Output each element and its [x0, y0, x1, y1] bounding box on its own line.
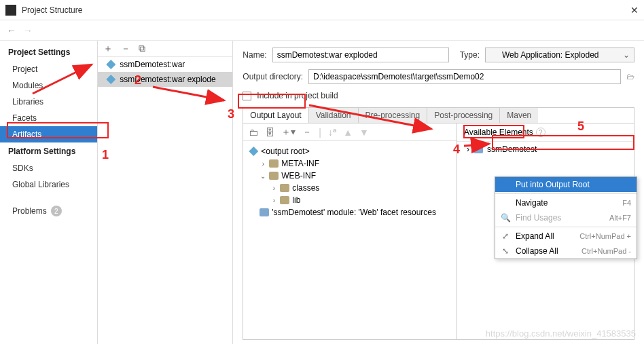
output-toolbar: 🗀 🗄 ＋▾ － | ↓ª ▲ ▼: [243, 123, 457, 141]
sidebar-heading-project: Project Settings: [0, 43, 97, 61]
folder-icon: [280, 184, 289, 192]
copy-icon[interactable]: ⧉: [139, 43, 145, 54]
type-value: Web Application: Exploded: [502, 50, 599, 60]
sidebar-item-modules[interactable]: Modules: [0, 77, 97, 94]
sidebar-item-artifacts[interactable]: Artifacts: [0, 126, 97, 142]
menu-find-usages: 🔍 Find Usages Alt+F7: [495, 210, 637, 225]
artifact-column: ＋ － ⧉ ssmDemotest:war ssmDemotest:war ex…: [98, 41, 233, 344]
menu-label: Navigate: [516, 198, 548, 208]
artifact-item-label: ssmDemotest:war: [120, 60, 185, 69]
folder-icon: [280, 196, 289, 204]
name-field[interactable]: [272, 47, 449, 62]
folder-alt-icon[interactable]: 🗄: [265, 127, 274, 138]
tabs: Output Layout Validation Pre-processing …: [243, 107, 634, 123]
artifact-icon: [106, 75, 115, 84]
type-label: Type:: [460, 50, 480, 60]
context-menu: Put into Output Root Navigate F4 🔍 Find …: [495, 176, 637, 259]
collapse-icon: ⤡: [501, 246, 510, 256]
artifact-icon: [106, 60, 115, 69]
available-project[interactable]: › ssmDemotest: [457, 142, 634, 157]
expand-icon: ⤢: [501, 231, 510, 241]
tree-node: META-INF: [281, 159, 319, 168]
menu-label: Collapse All: [516, 246, 558, 256]
module-icon: [473, 145, 483, 153]
menu-navigate[interactable]: Navigate F4: [495, 195, 637, 210]
module-icon: [260, 208, 269, 216]
menu-label: Find Usages: [516, 213, 561, 223]
available-project-label: ssmDemotest: [487, 145, 537, 154]
tab-output-layout[interactable]: Output Layout: [243, 108, 308, 123]
tree-root: <output root>: [261, 147, 309, 156]
output-tree-pane: 🗀 🗄 ＋▾ － | ↓ª ▲ ▼ <output root> ›META-IN…: [243, 123, 457, 339]
tree-node: WEB-INF: [281, 171, 316, 180]
watermark: https://blog.csdn.net/weixin_41583535: [486, 328, 636, 339]
menu-put-into-root[interactable]: Put into Output Root: [495, 177, 637, 192]
problems-badge: 2: [51, 206, 62, 216]
shortcut: Alt+F7: [609, 214, 631, 222]
up-icon[interactable]: ▲: [343, 127, 353, 138]
sidebar-heading-platform: Platform Settings: [0, 142, 97, 160]
shortcut: F4: [622, 199, 631, 207]
menu-collapse-all[interactable]: ⤡ Collapse All Ctrl+NumPad -: [495, 244, 637, 259]
sidebar-item-sdks[interactable]: SDKs: [0, 160, 97, 176]
sidebar-item-global-libs[interactable]: Global Libraries: [0, 176, 97, 193]
include-label: Include in project build: [257, 91, 338, 100]
shortcut: Ctrl+NumPad +: [579, 232, 631, 240]
sidebar-item-libraries[interactable]: Libraries: [0, 94, 97, 110]
include-checkbox[interactable]: [243, 92, 251, 100]
tab-validation[interactable]: Validation: [309, 108, 359, 123]
sidebar: Project Settings Project Modules Librari…: [0, 41, 98, 344]
tab-postprocessing[interactable]: Post-processing: [427, 108, 500, 123]
sort-icon[interactable]: ↓ª: [328, 127, 336, 138]
chevron-down-icon[interactable]: ⌄: [260, 172, 266, 180]
tree-node: 'ssmDemotest' module: 'Web' facet resour…: [272, 208, 436, 217]
chevron-down-icon: ⌄: [623, 50, 630, 60]
menu-expand-all[interactable]: ⤢ Expand All Ctrl+NumPad +: [495, 229, 637, 244]
window-title: Project Structure: [22, 5, 630, 15]
artifact-item-label: ssmDemotest:war explode: [120, 75, 215, 84]
outdir-field[interactable]: [308, 69, 621, 84]
close-icon[interactable]: ✕: [630, 5, 639, 16]
sidebar-item-problems[interactable]: Problems 2: [0, 202, 97, 220]
type-select[interactable]: Web Application: Exploded ⌄: [485, 47, 634, 62]
tab-maven[interactable]: Maven: [500, 108, 538, 123]
sidebar-item-project[interactable]: Project: [0, 61, 97, 77]
chevron-right-icon[interactable]: ›: [270, 197, 277, 204]
forward-icon[interactable]: →: [23, 25, 33, 36]
tree-node: classes: [292, 183, 319, 193]
tab-preprocessing[interactable]: Pre-processing: [359, 108, 428, 123]
tree-node: lib: [292, 195, 300, 205]
browse-folder-icon[interactable]: 🗁: [626, 72, 634, 81]
artifact-toolbar: ＋ － ⧉: [98, 41, 232, 57]
titlebar: Project Structure ✕: [0, 0, 644, 20]
chevron-right-icon[interactable]: ›: [270, 185, 277, 192]
detail-pane: Name: Type: Web Application: Exploded ⌄ …: [233, 41, 644, 344]
menu-label: Put into Output Root: [516, 180, 590, 189]
artifact-item-war[interactable]: ssmDemotest:war: [98, 57, 232, 72]
folder-new-icon[interactable]: 🗀: [249, 127, 258, 138]
menu-label: Expand All: [516, 231, 554, 241]
add-icon[interactable]: ＋: [103, 43, 113, 55]
search-icon: 🔍: [501, 213, 510, 223]
available-title: Available Elements: [464, 128, 533, 137]
outdir-label: Output directory:: [243, 72, 303, 81]
back-icon[interactable]: ←: [7, 25, 16, 36]
shortcut: Ctrl+NumPad -: [582, 247, 631, 255]
remove-content-icon[interactable]: －: [302, 126, 312, 138]
output-tree[interactable]: <output root> ›META-INF ⌄WEB-INF ›classe…: [243, 141, 457, 223]
help-icon[interactable]: ?: [536, 128, 545, 137]
remove-icon[interactable]: －: [121, 43, 130, 55]
app-icon: [5, 5, 16, 16]
nav-toolbar: ← →: [0, 20, 644, 41]
add-content-icon[interactable]: ＋▾: [281, 126, 296, 138]
root-icon: [249, 147, 258, 156]
artifact-item-war-exploded[interactable]: ssmDemotest:war explode: [98, 72, 232, 87]
problems-label: Problems: [12, 206, 47, 216]
down-icon[interactable]: ▼: [359, 127, 369, 138]
folder-icon: [269, 159, 279, 168]
sidebar-item-facets[interactable]: Facets: [0, 110, 97, 126]
chevron-right-icon[interactable]: ›: [260, 160, 266, 168]
artifact-icon: [490, 51, 498, 59]
name-label: Name:: [243, 50, 266, 60]
folder-icon: [269, 172, 279, 180]
